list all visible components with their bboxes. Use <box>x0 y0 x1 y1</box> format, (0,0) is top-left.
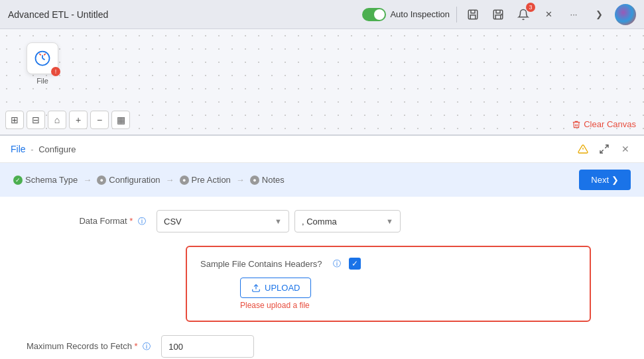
save-as-icon[interactable] <box>489 5 507 24</box>
max-records-input[interactable] <box>161 335 254 358</box>
grid-off-btn[interactable]: ⊟ <box>27 111 45 129</box>
canvas-area: ! File ⊞ ⊟ ⌂ + − ▦ Clear Canvas <box>0 29 644 135</box>
panel-subtitle: Configure <box>38 144 76 154</box>
configure-panel: File - Configure ✕ ✓ <box>0 135 644 359</box>
next-label: Next <box>591 175 609 185</box>
step-label-configuration: Configuration <box>109 175 160 185</box>
wizard-steps: ✓ Schema Type → ● Configuration → ● Pre … <box>13 175 285 185</box>
data-format-row: Data Format * ⓘ CSV ▼ , Comma ▼ <box>27 210 617 232</box>
expand-icon[interactable] <box>596 141 612 157</box>
auto-inspection-label: Auto Inspection <box>390 9 450 19</box>
top-bar: Advanced ETL - Untitled Auto Inspection … <box>0 0 644 29</box>
warning-icon[interactable] <box>575 141 591 157</box>
notification-icon[interactable]: 3 <box>514 5 533 24</box>
panel-header-right: ✕ <box>575 141 633 157</box>
max-records-info-icon[interactable]: ⓘ <box>143 342 151 351</box>
node-warning: ! <box>51 67 60 76</box>
toggle-thumb <box>374 9 385 20</box>
auto-inspection-toggle[interactable]: Auto Inspection <box>362 8 450 21</box>
next-arrow: ❯ <box>612 175 619 185</box>
sample-file-info-icon[interactable]: ⓘ <box>333 258 341 270</box>
required-star: * <box>129 216 133 226</box>
sample-file-row: Sample File Contains Headers? ⓘ ✓ <box>200 258 576 270</box>
step-label-schema: Schema Type <box>25 175 78 185</box>
step-label-preaction: Pre Action <box>192 175 231 185</box>
forward-icon[interactable]: ❯ <box>590 5 608 24</box>
sample-file-box: Sample File Contains Headers? ⓘ ✓ UPLOAD… <box>186 246 591 322</box>
wizard-bar: ✓ Schema Type → ● Configuration → ● Pre … <box>0 163 644 197</box>
grid-on-btn[interactable]: ⊞ <box>5 111 24 129</box>
avatar[interactable] <box>615 4 636 25</box>
sample-file-checkbox[interactable]: ✓ <box>349 258 361 270</box>
svg-line-5 <box>605 145 608 148</box>
zoom-in-btn[interactable]: + <box>69 111 88 129</box>
step-arrow-1: → <box>83 175 92 185</box>
chart-btn[interactable]: ▦ <box>111 111 130 129</box>
data-format-label: Data Format * ⓘ <box>27 216 146 227</box>
step-arrow-2: → <box>166 175 174 185</box>
delimiter-value: , Comma <box>302 217 337 227</box>
toggle-track[interactable] <box>362 8 386 21</box>
app-title: Advanced ETL - Untitled <box>8 9 108 20</box>
data-format-select[interactable]: CSV ▼ <box>157 210 289 232</box>
panel-close-icon[interactable]: ✕ <box>617 141 633 157</box>
delimiter-chevron-icon: ▼ <box>386 217 393 225</box>
form-area: Data Format * ⓘ CSV ▼ , Comma ▼ Sample F… <box>0 197 644 359</box>
step-dot-schema: ✓ <box>13 176 23 185</box>
data-format-select-wrap: CSV ▼ , Comma ▼ <box>157 210 401 232</box>
max-records-label: Maximum Records to Fetch * ⓘ <box>27 341 151 352</box>
zoom-out-btn[interactable]: − <box>90 111 109 129</box>
canvas-toolbar: ⊞ ⊟ ⌂ + − ▦ <box>5 111 130 129</box>
clear-canvas-button[interactable]: Clear Canvas <box>572 119 636 129</box>
panel-sep: - <box>31 144 36 154</box>
upload-label: UPLOAD <box>265 283 300 293</box>
max-records-required-star: * <box>135 341 138 351</box>
panel-title-area: File - Configure <box>11 144 76 154</box>
clear-canvas-label: Clear Canvas <box>584 119 636 129</box>
panel-title: File <box>11 144 26 154</box>
node-label: File <box>36 77 48 85</box>
chevron-down-icon: ▼ <box>275 217 282 225</box>
wizard-step-notes: ● Notes <box>250 175 285 185</box>
max-records-row: Maximum Records to Fetch * ⓘ <box>27 335 617 358</box>
upload-error: Please upload a file <box>240 301 576 310</box>
data-format-info-icon[interactable]: ⓘ <box>138 217 146 226</box>
node-icon: ! <box>27 42 58 74</box>
top-bar-right: Auto Inspection 3 ✕ ··· ❯ <box>362 4 636 25</box>
notification-badge: 3 <box>526 3 535 12</box>
divider <box>456 7 457 23</box>
step-dot-configuration: ● <box>97 176 106 185</box>
wizard-step-configuration: ● Configuration <box>97 175 160 185</box>
panel-header: File - Configure ✕ <box>0 136 644 163</box>
delimiter-select[interactable]: , Comma ▼ <box>294 210 401 232</box>
home-btn[interactable]: ⌂ <box>48 111 66 129</box>
wizard-step-schema: ✓ Schema Type <box>13 175 78 185</box>
save-icon[interactable] <box>464 5 482 24</box>
step-dot-preaction: ● <box>180 176 189 185</box>
more-icon[interactable]: ··· <box>564 5 583 24</box>
wizard-step-preaction: ● Pre Action <box>180 175 231 185</box>
step-dot-notes: ● <box>250 176 259 185</box>
upload-button[interactable]: UPLOAD <box>240 278 311 298</box>
svg-line-6 <box>600 150 604 153</box>
close-icon[interactable]: ✕ <box>539 5 558 24</box>
file-node[interactable]: ! File <box>27 42 58 85</box>
top-bar-left: Advanced ETL - Untitled <box>8 9 108 20</box>
step-label-notes: Notes <box>262 175 285 185</box>
next-button[interactable]: Next ❯ <box>579 170 631 190</box>
sample-file-label: Sample File Contains Headers? <box>200 259 322 269</box>
data-format-value: CSV <box>164 217 182 227</box>
step-arrow-3: → <box>236 175 245 185</box>
